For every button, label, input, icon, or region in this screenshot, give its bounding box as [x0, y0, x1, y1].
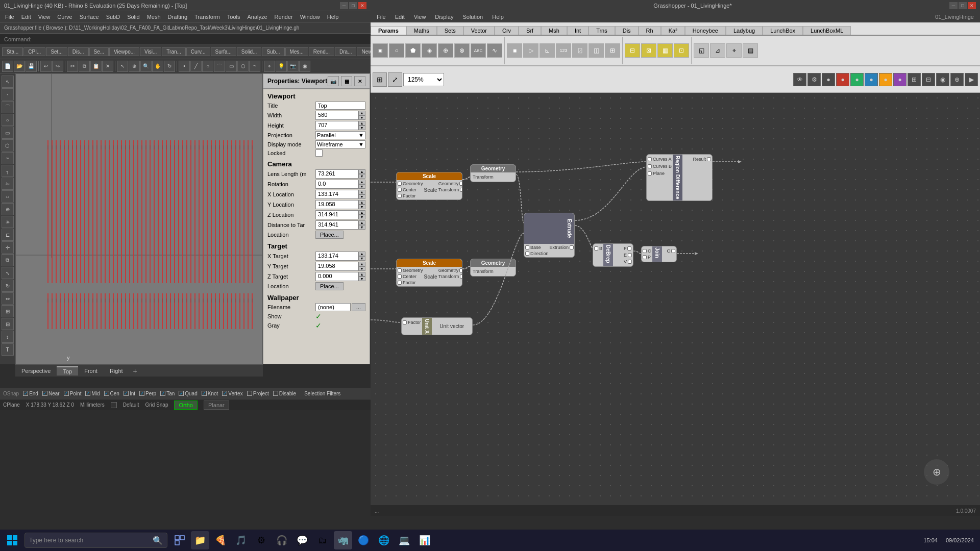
snap-perp-check[interactable]: [139, 391, 144, 396]
gh-scale2-port-center[interactable]: [398, 274, 402, 279]
gh-debrep-port-e[interactable]: [628, 253, 632, 257]
menu-surface[interactable]: Surface: [77, 13, 102, 20]
gh-port-geo-out[interactable]: [459, 182, 462, 186]
gh-icon-color1[interactable]: ●: [836, 73, 849, 86]
tb-icon-zoom[interactable]: 🔍: [140, 61, 152, 72]
menu-render[interactable]: Render: [272, 13, 296, 20]
gh-tab-crv[interactable]: Crv: [495, 26, 519, 35]
lt-copy-icon[interactable]: ⧉: [2, 254, 14, 266]
taskbar-app-4[interactable]: 🎧: [273, 531, 291, 549]
gh-icon-settings[interactable]: ⚙: [807, 73, 821, 86]
ortho-button[interactable]: Ortho: [174, 400, 198, 410]
lt-array-icon[interactable]: ⊞: [2, 305, 14, 317]
gh-icon-param-2[interactable]: ○: [389, 43, 404, 58]
rhino-maximize-btn[interactable]: □: [349, 2, 357, 9]
tb-icon-light[interactable]: 💡: [276, 61, 287, 72]
viewport-tab-right[interactable]: Right: [104, 367, 129, 375]
toolbar-tab-tran[interactable]: Tran...: [162, 47, 186, 56]
gh-icon-input-3[interactable]: ▦: [657, 43, 673, 58]
gh-icon-param-8[interactable]: ∿: [487, 43, 502, 58]
menu-view[interactable]: View: [35, 13, 54, 20]
gh-join-port-p-in[interactable]: [643, 255, 647, 259]
tb-icon-point[interactable]: •: [179, 61, 190, 72]
rhino-close-btn[interactable]: ✕: [358, 2, 366, 9]
tb-icon-pan[interactable]: ✋: [152, 61, 163, 72]
gh-zoom-select[interactable]: 125% 100% 75% 50%: [403, 73, 444, 86]
gh-icon-param-6[interactable]: ⊗: [454, 43, 470, 58]
viewport-tab-perspective[interactable]: Perspective: [15, 367, 57, 375]
gh-icon-prim-1[interactable]: ◼: [507, 43, 522, 58]
props-ztarget-down[interactable]: ▼: [358, 277, 365, 281]
menu-transform[interactable]: Transform: [191, 13, 223, 20]
gh-icon-prim-7[interactable]: ⊞: [605, 43, 620, 58]
menu-window[interactable]: Window: [297, 13, 323, 20]
props-value-width[interactable]: 580: [315, 111, 358, 120]
gh-icon-param-geo[interactable]: ▣: [373, 43, 388, 58]
viewport-tab-top[interactable]: Top: [57, 366, 78, 375]
tb-icon-new[interactable]: 📄: [2, 61, 13, 72]
taskbar-icon-view[interactable]: [170, 531, 189, 549]
lt-join-icon[interactable]: ⊕: [2, 203, 14, 215]
lt-text-icon[interactable]: T: [2, 343, 14, 356]
gh-menu-file[interactable]: File: [373, 13, 390, 20]
gh-tab-int[interactable]: Int: [567, 26, 589, 35]
gh-icon-param-3[interactable]: ⬟: [405, 43, 421, 58]
snap-end-check[interactable]: [23, 391, 28, 396]
gh-canvas[interactable]: Scale Geometry Center Factor Scale: [371, 93, 980, 505]
toolbar-tab-sta[interactable]: Sta...: [2, 47, 23, 56]
gh-node-extrude[interactable]: Extrude Base Direction Extrusion: [524, 213, 575, 258]
props-value-display[interactable]: Wireframe ▼: [315, 140, 365, 148]
tb-icon-rotate[interactable]: ↻: [164, 61, 175, 72]
gh-menu-edit[interactable]: Edit: [391, 13, 409, 20]
toolbar-tab-rend[interactable]: Rend...: [309, 47, 334, 56]
gh-tab-trns[interactable]: Trns: [589, 26, 615, 35]
props-close-icon[interactable]: ✕: [354, 76, 365, 86]
props-height-up[interactable]: ▲: [358, 121, 365, 126]
taskbar-app-2[interactable]: 🎵: [232, 531, 250, 549]
props-value-projection[interactable]: Parallel ▼: [315, 131, 365, 139]
menu-analyze[interactable]: Analyze: [244, 13, 270, 20]
tb-icon-circle[interactable]: ○: [202, 61, 213, 72]
taskbar-app-rhino[interactable]: 🦏: [334, 531, 352, 549]
snap-project-check[interactable]: [247, 391, 252, 396]
gh-icon-color2[interactable]: ●: [850, 73, 864, 86]
props-value-ztarget[interactable]: 0.000: [315, 272, 358, 281]
search-bar[interactable]: Type here to search 🔍: [24, 533, 167, 548]
gh-scale2-port-trans-out[interactable]: [460, 274, 462, 279]
taskbar-app-3[interactable]: ⚙: [252, 531, 271, 549]
snap-quad-check[interactable]: [179, 391, 184, 396]
lt-select-icon[interactable]: ↖: [2, 76, 14, 88]
gh-node-geotrans2[interactable]: Geometry Transform: [470, 259, 516, 277]
gh-tab-msh[interactable]: Msh: [541, 26, 567, 35]
props-value-height[interactable]: 707: [315, 121, 358, 130]
props-width-up[interactable]: ▲: [358, 111, 365, 115]
props-checkbox-locked[interactable]: [315, 149, 323, 157]
props-ytarget-down[interactable]: ▼: [358, 266, 365, 271]
gh-icon-extra4[interactable]: ⊕: [950, 73, 964, 86]
gh-scale2-port-geo[interactable]: [398, 268, 402, 272]
lt-spline-icon[interactable]: ~: [2, 152, 14, 164]
props-width-down[interactable]: ▼: [358, 115, 365, 120]
props-dist-up[interactable]: ▲: [358, 220, 365, 225]
gh-icon-color4[interactable]: ●: [879, 73, 892, 86]
viewport[interactable]: Top // This won't run in SVG, we'll add …: [15, 73, 263, 364]
gh-icon-util-3[interactable]: ⌖: [726, 43, 742, 58]
gh-extrude-port-base[interactable]: [525, 245, 529, 249]
props-xtarget-down[interactable]: ▼: [358, 256, 365, 261]
tb-icon-arc[interactable]: ⌒: [214, 61, 225, 72]
menu-help[interactable]: Help: [324, 13, 342, 20]
props-camera-icon[interactable]: 📷: [328, 76, 339, 86]
taskbar-app-5[interactable]: 💬: [293, 531, 311, 549]
menu-mesh[interactable]: Mesh: [144, 13, 164, 20]
lt-offset-icon[interactable]: ⊏: [2, 229, 14, 241]
gh-debrep-port-f[interactable]: [627, 246, 631, 251]
props-lens-down[interactable]: ▼: [358, 174, 365, 179]
gh-extrude-port-ext[interactable]: [570, 245, 574, 249]
gh-region-port-curvesb[interactable]: [648, 164, 652, 168]
gh-tab-ladybug[interactable]: Ladybug: [726, 26, 763, 35]
gh-tab-maths[interactable]: Maths: [406, 26, 437, 35]
snap-vertex-check[interactable]: [222, 391, 227, 396]
lt-dot-icon[interactable]: ·: [2, 88, 14, 101]
gh-icon-extra2[interactable]: ⊟: [922, 73, 935, 86]
viewport-tab-front[interactable]: Front: [78, 367, 104, 375]
